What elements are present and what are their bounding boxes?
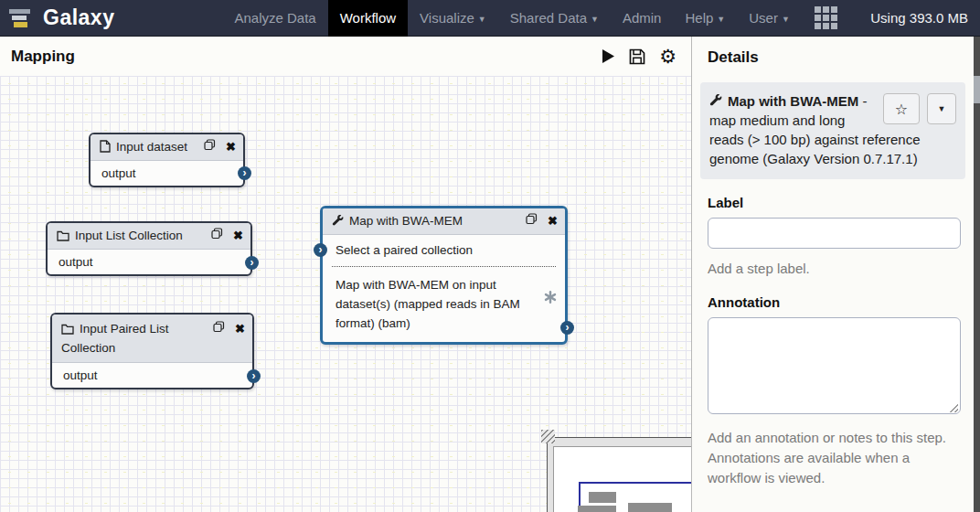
node-header: Input Paired List Collection ✖: [52, 315, 252, 363]
folder-icon: [57, 230, 69, 241]
duplicate-icon[interactable]: [211, 229, 227, 242]
nav-item-help[interactable]: Help▼: [673, 0, 737, 37]
label-help: Add a step label.: [708, 259, 962, 279]
overview-node-block: [578, 506, 616, 512]
step-label-input[interactable]: [708, 218, 961, 249]
output-row: output ›: [52, 363, 252, 388]
overview-node-block: [628, 503, 672, 512]
node-header: Map with BWA-MEM ✖: [323, 208, 565, 235]
star-icon: ☆: [895, 101, 908, 118]
duplicate-icon[interactable]: [204, 140, 219, 154]
node-header: Input dataset ✖: [91, 134, 243, 161]
output-terminal[interactable]: ›: [560, 321, 574, 335]
details-panel: Details ☆ ▼ Map with BWA-MEM - map mediu…: [693, 37, 980, 512]
caret-down-icon: ▼: [938, 104, 946, 113]
gear-icon: ⚙: [659, 48, 676, 66]
chevron-right-icon: ›: [243, 166, 247, 179]
chevron-down-icon: ▼: [591, 15, 599, 24]
panel-scrollbar[interactable]: [974, 37, 980, 512]
workflow-editor: Mapping ⚙: [0, 37, 692, 512]
chevron-right-icon: ›: [252, 369, 256, 382]
output-terminal[interactable]: ›: [238, 166, 251, 180]
tool-name: Map with BWA-MEM: [728, 93, 858, 109]
output-terminal[interactable]: ›: [245, 256, 259, 270]
file-icon: [100, 140, 111, 153]
output-row: Map with BWA-MEM on input dataset(s) (ma…: [323, 269, 565, 342]
chevron-right-icon: ›: [250, 256, 254, 269]
input-terminal[interactable]: ›: [314, 243, 327, 257]
chevron-right-icon: ›: [566, 321, 570, 334]
nav-item-user[interactable]: User▼: [737, 0, 802, 37]
nav-item-shared-data[interactable]: Shared Data▼: [498, 0, 611, 37]
nav-item-analyze-data[interactable]: Analyze Data: [222, 0, 327, 37]
wrench-icon: [332, 215, 344, 227]
node-title-label: Input Paired List Collection: [61, 322, 169, 355]
duplicate-icon[interactable]: [213, 322, 229, 336]
node-title-label: Map with BWA-MEM: [349, 214, 463, 228]
workflow-title: Mapping: [11, 48, 75, 66]
reference-genome-question: Will you select a reference genome from …: [708, 507, 962, 512]
node-divider: [332, 266, 556, 267]
nav-item-admin[interactable]: Admin: [611, 0, 674, 37]
overview-map[interactable]: [553, 446, 691, 512]
output-row: output ›: [91, 161, 243, 186]
nav-item-visualize[interactable]: Visualize▼: [408, 0, 498, 37]
close-icon[interactable]: ✖: [548, 214, 558, 228]
storage-usage-label: Using 393.0 MB: [870, 10, 980, 26]
overview-node-block: [589, 492, 616, 503]
input-label: Select a paired collection: [336, 243, 473, 257]
wrench-icon: [709, 94, 722, 107]
asterisk-icon[interactable]: [544, 291, 557, 306]
close-icon[interactable]: ✖: [233, 229, 243, 242]
annotation-help: Add an annotation or notes to this step.…: [708, 428, 962, 488]
overview-resize-handle[interactable]: [541, 430, 555, 443]
node-title-label: Input List Collection: [75, 229, 183, 242]
output-label: output: [101, 166, 136, 180]
output-label: output: [59, 255, 93, 269]
node-header: Input List Collection ✖: [48, 223, 250, 250]
chevron-down-icon: ▼: [782, 15, 790, 24]
close-icon[interactable]: ✖: [226, 140, 236, 154]
chevron-right-icon: ›: [319, 243, 323, 256]
brand-title: Galaxy: [43, 5, 114, 30]
masthead: Galaxy Analyze Data Workflow Visualize▼ …: [0, 0, 980, 37]
workflow-canvas[interactable]: Input dataset ✖ output ›: [0, 76, 691, 512]
node-input-list-collection[interactable]: Input List Collection ✖ output ›: [46, 221, 252, 276]
save-workflow-button[interactable]: [629, 48, 645, 65]
workflow-toolbar: Mapping ⚙: [0, 37, 691, 76]
node-input-paired-list-collection[interactable]: Input Paired List Collection ✖ output ›: [50, 313, 254, 389]
apps-grid-icon[interactable]: [815, 6, 837, 29]
node-title-label: Input dataset: [116, 140, 187, 154]
play-icon: [602, 48, 615, 64]
input-row: Select a paired collection ›: [323, 235, 565, 264]
workflow-overview[interactable]: [547, 437, 691, 512]
scrollbar-thumb[interactable]: [974, 76, 980, 103]
label-heading: Label: [708, 195, 962, 210]
tool-options-button[interactable]: ▼: [927, 93, 956, 124]
output-label: Map with BWA-MEM on input dataset(s) (ma…: [336, 275, 554, 333]
favorite-button[interactable]: ☆: [883, 93, 920, 124]
output-label: output: [63, 368, 98, 382]
save-icon: [629, 48, 645, 65]
node-input-dataset[interactable]: Input dataset ✖ output ›: [89, 133, 245, 187]
details-title: Details: [708, 48, 962, 67]
run-workflow-button[interactable]: [602, 48, 615, 64]
duplicate-icon[interactable]: [526, 214, 541, 228]
annotation-heading: Annotation: [708, 294, 962, 310]
annotation-textarea[interactable]: [708, 317, 961, 414]
chevron-down-icon: ▼: [717, 15, 725, 24]
galaxy-brand[interactable]: Galaxy: [0, 5, 114, 30]
chevron-down-icon: ▼: [478, 15, 486, 24]
output-terminal[interactable]: ›: [247, 369, 261, 383]
tool-summary: ☆ ▼ Map with BWA-MEM - map medium and lo…: [700, 82, 965, 179]
galaxy-logo-icon: [9, 9, 33, 27]
output-row: output ›: [48, 250, 250, 274]
close-icon[interactable]: ✖: [235, 322, 245, 336]
masthead-nav: Analyze Data Workflow Visualize▼ Shared …: [222, 0, 801, 37]
nav-item-workflow[interactable]: Workflow: [328, 0, 408, 37]
folder-icon: [61, 324, 74, 335]
node-map-with-bwa-mem[interactable]: Map with BWA-MEM ✖ Select a paired colle…: [320, 206, 568, 345]
workflow-settings-button[interactable]: ⚙: [659, 48, 676, 66]
